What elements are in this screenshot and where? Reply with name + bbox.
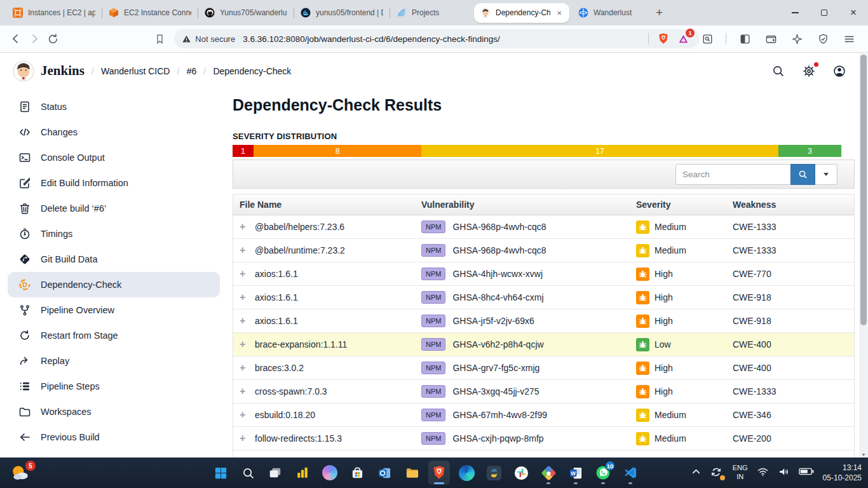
back-button[interactable] [6, 29, 25, 48]
tab-dependency-check-active[interactable]: Dependency-Che × [474, 3, 569, 23]
tray-battery[interactable] [799, 467, 814, 478]
wallet-button[interactable] [763, 31, 778, 46]
window-restore-button[interactable] [810, 0, 839, 25]
sidebar-item-console-output[interactable]: Console Output [8, 145, 220, 170]
taskbar-weather-widget[interactable]: 5 [10, 463, 32, 484]
tab-wanderlust[interactable]: Wanderlust [572, 0, 647, 25]
table-row-highlighted[interactable]: +brace-expansion:1.1.11 NPMGHSA-v6h2-p8h… [233, 333, 854, 356]
sidebar-item-status[interactable]: Status [8, 94, 220, 119]
sidebar-item-edit-build-information[interactable]: Edit Build Information [8, 170, 220, 196]
leo-ai-button[interactable] [789, 31, 804, 46]
expand-icon[interactable]: + [240, 386, 248, 396]
jenkins-logo[interactable] [13, 60, 34, 82]
taskbar-icon-brave[interactable] [428, 461, 450, 485]
taskbar-icon-edge[interactable] [456, 461, 477, 485]
tab-ec2-connect[interactable]: EC2 Instance Connect [102, 0, 198, 25]
expand-icon[interactable]: + [240, 292, 248, 302]
forward-button[interactable] [25, 29, 44, 48]
tray-volume[interactable] [778, 466, 790, 480]
table-row[interactable]: +axios:1.6.1 NPMGHSA-4hjh-wcwx-xvwj High… [233, 262, 854, 286]
severity-label: Medium [654, 222, 686, 232]
taskbar-icon-power-bi[interactable] [292, 461, 313, 485]
table-row[interactable]: +braces:3.0.2 NPMGHSA-grv7-fg5c-xmjg Hig… [233, 356, 854, 380]
taskbar-icon-copilot[interactable] [319, 461, 341, 485]
scrollbar-down-arrow[interactable]: ▼ [859, 452, 868, 457]
sidebar-item-previous-build[interactable]: Previous Build [8, 424, 220, 450]
taskbar-icon-python-terminal[interactable] [483, 461, 505, 485]
table-row[interactable]: +esbuild:0.18.20 NPMGHSA-67mh-4wv8-2f99 … [233, 403, 854, 427]
close-tab-icon[interactable]: × [555, 8, 563, 18]
jenkins-brand[interactable]: Jenkins [41, 63, 85, 79]
expand-icon[interactable]: + [240, 269, 248, 279]
expand-icon[interactable]: + [240, 316, 248, 326]
sidebar-item-pipeline-overview[interactable]: Pipeline Overview [8, 297, 220, 323]
table-row[interactable]: +follow-redirects:1.15.3 NPMGHSA-cxjh-pq… [233, 427, 854, 451]
expand-icon[interactable]: + [240, 245, 248, 255]
sidebar-item-timings[interactable]: Timings [8, 221, 220, 247]
tab-dockerhub[interactable]: yunus05/frontend | D [294, 0, 390, 25]
table-row[interactable]: +@babel/helpers:7.23.6 NPMGHSA-968p-4wvh… [233, 215, 854, 239]
tab-github[interactable]: Yunus705/wanderlust [198, 0, 294, 25]
taskbar-clock[interactable]: 13:1405-10-2025 [823, 463, 862, 483]
breadcrumb-page[interactable]: Dependency-Check [213, 66, 291, 76]
brave-shields-button[interactable] [655, 30, 672, 47]
sidebar-item-workspaces[interactable]: Workspaces [8, 399, 220, 424]
taskbar-icon-slack[interactable] [510, 461, 532, 485]
table-row[interactable]: +@babel/runtime:7.23.2 NPMGHSA-968p-4wvh… [233, 239, 854, 262]
breadcrumb-job[interactable]: Wanderlust CICD [101, 66, 170, 76]
new-tab-button[interactable]: + [647, 6, 672, 20]
taskbar-icon-task-view[interactable] [264, 461, 286, 485]
expand-icon[interactable]: + [240, 222, 248, 232]
jenkins-settings-button[interactable] [802, 64, 816, 78]
table-row[interactable]: +axios:1.6.1 NPMGHSA-jr5f-v2jv-69x6 High… [233, 309, 854, 333]
taskbar-icon-vscode[interactable] [620, 461, 641, 485]
menu-button[interactable] [841, 31, 857, 46]
window-minimize-button[interactable] [780, 0, 810, 25]
tray-chevron-up[interactable] [691, 467, 701, 479]
sidebar-item-delete-build[interactable]: Delete build ‘#6’ [8, 196, 220, 221]
taskbar-icon-file-explorer[interactable] [401, 461, 423, 485]
page-scrollbar[interactable]: ▼ [859, 53, 868, 458]
microsoft-store-icon [350, 466, 365, 480]
tab-ec2-instances[interactable]: Instances | EC2 | ap-s [6, 0, 102, 25]
security-warning[interactable]: Not secure [182, 34, 235, 44]
tray-wifi[interactable] [757, 466, 769, 480]
sidebar-item-git-build-data[interactable]: Git Build Data [8, 247, 220, 272]
sidebar-item-dependency-check[interactable]: D Dependency-Check [8, 272, 220, 297]
bookmark-button[interactable] [151, 29, 170, 48]
sidebar-item-restart-from-stage[interactable]: Restart from Stage [8, 323, 220, 348]
table-row[interactable]: +cross-spawn:7.0.3 NPMGHSA-3xgq-45jj-v27… [233, 380, 854, 403]
breadcrumb-build[interactable]: #6 [187, 66, 197, 76]
expand-icon[interactable]: + [240, 363, 248, 373]
tray-sync[interactable] [710, 466, 724, 480]
taskbar-icon-outlook[interactable] [374, 461, 395, 485]
search-input[interactable] [675, 164, 791, 185]
extension-button[interactable]: 1 [675, 30, 692, 47]
taskbar-icon-store[interactable] [346, 461, 368, 485]
jenkins-search-button[interactable] [771, 64, 785, 78]
jenkins-user-button[interactable] [832, 64, 846, 78]
tab-projects[interactable]: Projects [390, 0, 471, 25]
sidebar-item-pipeline-steps[interactable]: Pipeline Steps [8, 374, 220, 399]
reading-mode-button[interactable] [700, 31, 715, 46]
window-close-button[interactable]: × [839, 0, 868, 25]
expand-icon[interactable]: + [240, 410, 248, 420]
search-options-button[interactable] [815, 164, 837, 185]
expand-icon[interactable]: + [240, 433, 248, 444]
taskbar-icon-word[interactable]: W [565, 461, 587, 485]
language-indicator[interactable]: ENGIN [733, 464, 748, 482]
table-row[interactable]: +axios:1.6.1 NPMGHSA-8hc4-vh64-cxmj High… [233, 286, 854, 309]
taskbar-icon-start[interactable] [210, 461, 231, 485]
reload-button[interactable] [44, 29, 63, 48]
address-bar[interactable]: Not secure 3.6.36.102:8080/job/wanderlus… [174, 29, 700, 48]
sidebar-toggle-button[interactable] [737, 31, 752, 46]
scrollbar-thumb[interactable] [860, 55, 867, 325]
expand-icon[interactable]: + [240, 339, 248, 349]
search-button[interactable] [790, 164, 815, 185]
taskbar-icon-whatsapp[interactable]: 10 [592, 461, 614, 485]
sidebar-item-changes[interactable]: Changes [8, 119, 220, 145]
vpn-button[interactable] [815, 31, 831, 46]
taskbar-icon-search[interactable] [237, 461, 259, 485]
taskbar-icon-git[interactable] [538, 461, 559, 485]
sidebar-item-replay[interactable]: Replay [8, 348, 220, 374]
